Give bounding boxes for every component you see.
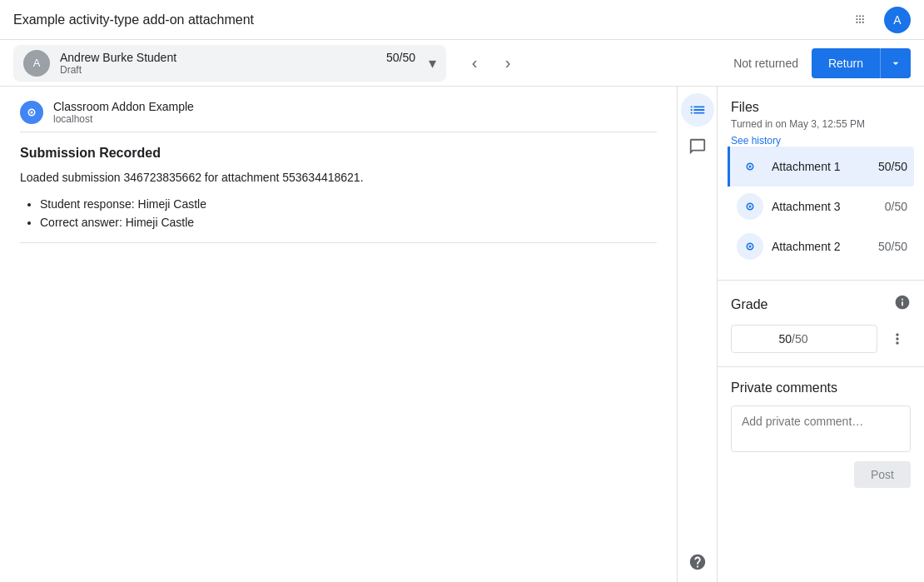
main-layout: Classroom Addon Example localhost Submis… bbox=[0, 87, 924, 582]
assignment-source-subtitle: localhost bbox=[53, 113, 194, 125]
submission-title: Submission Recorded bbox=[20, 146, 657, 161]
grid-icon-button[interactable] bbox=[844, 3, 877, 37]
addon-attachment-icon-2 bbox=[743, 239, 758, 254]
draft-label: Draft bbox=[60, 64, 415, 76]
svg-point-1 bbox=[31, 112, 33, 114]
sidebar-toolbar bbox=[678, 87, 718, 582]
nav-arrows: ‹ › bbox=[460, 48, 523, 78]
list-item: Student response: Himeji Castle bbox=[40, 197, 657, 211]
submission-list: Student response: Himeji Castle Correct … bbox=[20, 197, 657, 229]
see-history-link[interactable]: See history bbox=[731, 135, 781, 147]
return-button[interactable]: Return bbox=[812, 48, 880, 78]
help-button[interactable] bbox=[681, 545, 714, 579]
files-turned-in: Turned in on May 3, 12:55 PM bbox=[731, 118, 911, 130]
addon-svg-icon bbox=[24, 105, 39, 120]
lines-icon bbox=[688, 101, 707, 119]
grade-input-container: /50 bbox=[731, 325, 877, 353]
grade-section: Grade /50 bbox=[718, 281, 924, 367]
chat-icon bbox=[688, 137, 707, 156]
user-avatar[interactable]: A bbox=[884, 7, 911, 33]
svg-point-7 bbox=[749, 246, 752, 248]
student-grade: 50/50 bbox=[386, 51, 415, 64]
grade-header: Grade bbox=[731, 294, 911, 315]
attachment-score-2: 50/50 bbox=[878, 240, 907, 253]
grade-info-button[interactable] bbox=[894, 294, 911, 315]
grade-more-button[interactable] bbox=[884, 326, 911, 352]
grade-input[interactable] bbox=[742, 332, 792, 346]
svg-point-5 bbox=[749, 206, 752, 208]
sidebar-bottom bbox=[678, 545, 718, 582]
submission-body: Loaded submission 346723835662 for attac… bbox=[20, 171, 657, 184]
grade-input-row: /50 bbox=[731, 325, 911, 353]
attachment-name-1: Attachment 1 bbox=[772, 160, 870, 173]
attachment-item-2[interactable]: Attachment 2 50/50 bbox=[731, 226, 911, 266]
private-comment-input[interactable] bbox=[731, 405, 911, 452]
grade-title: Grade bbox=[731, 297, 768, 312]
files-section: Files Turned in on May 3, 12:55 PM See h… bbox=[718, 87, 924, 281]
attachment-item-3[interactable]: Attachment 3 0/50 bbox=[731, 187, 911, 226]
student-avatar: A bbox=[23, 50, 50, 77]
chevron-down-icon bbox=[889, 57, 902, 70]
comment-tool-button[interactable] bbox=[681, 130, 714, 163]
app-bar-icons: A bbox=[844, 3, 911, 37]
addon-attachment-icon bbox=[743, 159, 758, 174]
private-comments-section: Private comments Post bbox=[718, 367, 924, 582]
files-title: Files bbox=[731, 100, 911, 115]
attachment-name-2: Attachment 2 bbox=[772, 240, 870, 253]
comment-actions: Post bbox=[731, 461, 911, 488]
app-title: Example activity-type add-on attachment bbox=[13, 12, 254, 27]
right-panel: Files Turned in on May 3, 12:55 PM See h… bbox=[718, 87, 924, 582]
attachment-score-3: 0/50 bbox=[885, 200, 907, 213]
attachment-score-1: 50/50 bbox=[878, 160, 907, 173]
student-name: Andrew Burke Student bbox=[60, 51, 176, 64]
content-area: Classroom Addon Example localhost Submis… bbox=[0, 87, 678, 582]
post-comment-button[interactable]: Post bbox=[854, 461, 911, 488]
student-selector[interactable]: A Andrew Burke Student 50/50 Draft ▾ bbox=[13, 45, 446, 82]
assignment-source: Classroom Addon Example localhost bbox=[20, 100, 657, 132]
prev-student-button[interactable]: ‹ bbox=[460, 48, 489, 78]
addon-icon bbox=[20, 101, 43, 124]
more-vert-icon bbox=[889, 331, 906, 347]
attachment-icon-2 bbox=[737, 233, 763, 260]
student-name-block: Andrew Burke Student 50/50 Draft bbox=[60, 51, 415, 76]
student-bar: A Andrew Burke Student 50/50 Draft ▾ ‹ ›… bbox=[0, 40, 924, 87]
student-dropdown-arrow[interactable]: ▾ bbox=[429, 54, 436, 72]
attachment-name-3: Attachment 3 bbox=[772, 200, 877, 213]
help-icon bbox=[688, 553, 707, 571]
grid-icon bbox=[852, 11, 870, 29]
rubric-tool-button[interactable] bbox=[681, 93, 714, 127]
attachment-item-1[interactable]: Attachment 1 50/50 bbox=[728, 147, 914, 187]
attachment-icon-3 bbox=[737, 193, 763, 220]
info-icon bbox=[894, 294, 911, 311]
assignment-source-text: Classroom Addon Example localhost bbox=[53, 100, 194, 125]
addon-attachment-icon-3 bbox=[743, 199, 758, 214]
content-divider bbox=[20, 242, 657, 243]
submission-status: Not returned bbox=[733, 57, 798, 70]
app-bar: Example activity-type add-on attachment … bbox=[0, 0, 924, 40]
return-dropdown-button[interactable] bbox=[880, 48, 911, 78]
attachment-icon-1 bbox=[737, 153, 763, 180]
grade-denominator: /50 bbox=[792, 332, 807, 346]
next-student-button[interactable]: › bbox=[493, 48, 523, 78]
private-comments-title: Private comments bbox=[731, 381, 911, 395]
list-item: Correct answer: Himeji Castle bbox=[40, 216, 657, 229]
assignment-source-title: Classroom Addon Example bbox=[53, 100, 194, 113]
svg-point-3 bbox=[749, 166, 752, 168]
